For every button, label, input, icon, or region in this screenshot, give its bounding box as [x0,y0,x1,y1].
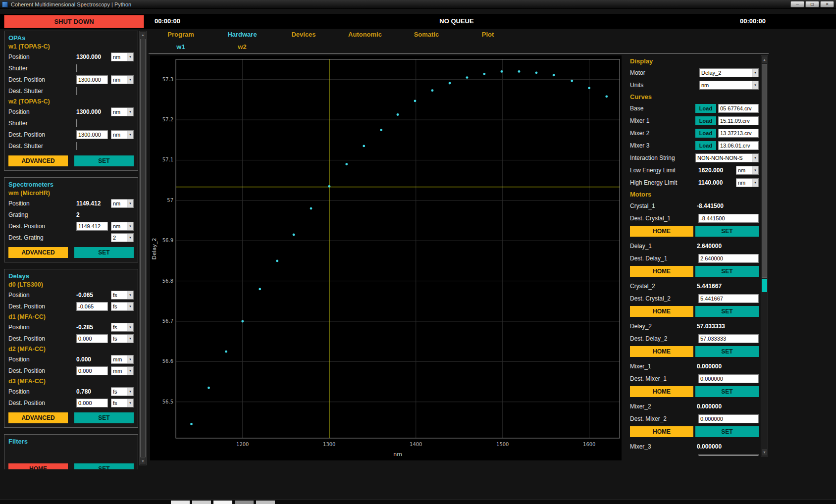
dest-units-combo[interactable]: nm▼ [111,75,134,84]
spectrometers-title: Spectrometers [8,181,134,188]
set-button[interactable]: SET [695,346,759,357]
advanced-button[interactable]: ADVANCED [8,155,68,166]
motor-dest-input[interactable] [698,214,759,223]
set-button[interactable]: SET [74,463,134,469]
scroll-up-icon[interactable]: ▲ [140,32,146,38]
curve-file-field[interactable] [718,129,759,138]
motor-position: 5.441667 [697,283,759,290]
motor-dest-input[interactable] [698,454,759,456]
delays-title: Delays [8,272,134,280]
position-units-combo[interactable]: fs▼ [111,387,134,396]
position-units-combo[interactable]: fs▼ [111,323,134,332]
load-button[interactable]: Load [695,104,716,113]
taskbar-item[interactable] [213,501,232,504]
high-energy-units-combo[interactable]: nm ▼ [736,178,759,187]
main-scrollbar[interactable]: ▲ ▼ [761,55,768,456]
plot-point [449,82,451,85]
load-button[interactable]: Load [695,116,716,125]
load-button[interactable]: Load [695,129,716,138]
hardware-plot[interactable]: 1200130014001500160056.556.656.756.856.9… [150,55,622,460]
subtab-w2[interactable]: w2 [211,43,273,53]
load-button[interactable]: Load [695,141,716,150]
maximize-button[interactable]: ▢ [805,1,819,7]
curve-file-field[interactable] [718,141,759,150]
tab-devices[interactable]: Devices [273,31,334,42]
dest-units-combo[interactable]: fs▼ [111,302,134,311]
dest-units-combo[interactable]: fs▼ [111,334,134,343]
set-button[interactable]: SET [74,247,134,258]
dest-position-input[interactable] [76,302,108,311]
dest-units-combo[interactable]: fs▼ [111,399,134,407]
home-button[interactable]: HOME [630,426,693,437]
position-units-combo[interactable]: mm▼ [111,355,134,364]
position-units-combo[interactable]: nm▼ [111,52,134,61]
subtab-w1[interactable]: w1 [150,43,211,53]
close-button[interactable]: ✕ [820,1,834,7]
position-units-combo[interactable]: fs▼ [111,291,134,300]
home-button[interactable]: HOME [630,386,693,397]
motor-dest-input[interactable] [698,414,759,423]
motor-dest-input[interactable] [698,334,759,343]
home-button[interactable]: HOME [630,346,693,357]
advanced-button[interactable]: ADVANCED [8,412,68,423]
low-energy-units-combo[interactable]: nm ▼ [736,166,759,175]
interaction-combo[interactable]: NON-NON-NON-S ▼ [695,153,759,162]
shutdown-button[interactable]: SHUT DOWN [4,15,144,28]
dest-units-combo[interactable]: mm▼ [111,366,134,375]
dest-units-combo-value: fs [111,303,127,309]
set-button[interactable]: SET [695,306,759,317]
scrollbar-thumb[interactable] [140,39,146,457]
dest-position-input[interactable] [76,334,108,343]
tab-plot[interactable]: Plot [457,31,519,42]
tab-hardware[interactable]: Hardware [211,31,273,42]
taskbar-item[interactable] [256,501,275,504]
home-button[interactable]: HOME [630,226,693,237]
tab-somatic[interactable]: Somatic [396,31,457,42]
window-controls: ─ ▢ ✕ [790,1,834,7]
motor-dest-input[interactable] [698,254,759,263]
tab-program[interactable]: Program [150,31,211,42]
position-units-combo[interactable]: nm ▼ [111,199,134,208]
set-button[interactable]: SET [695,426,759,437]
position-label: Position [8,53,76,60]
minimize-button[interactable]: ─ [790,1,804,7]
home-button[interactable]: HOME [8,463,68,469]
dest-position-input[interactable] [76,399,108,407]
taskbar-item[interactable] [235,501,254,504]
scroll-up-icon[interactable]: ▲ [762,56,767,63]
motor-select-combo[interactable]: Delay_2 ▼ [699,68,759,77]
scroll-down-icon[interactable]: ▼ [140,458,146,464]
set-button[interactable]: SET [74,155,134,166]
dest-shutter-checkbox[interactable] [76,87,77,95]
tab-autonomic[interactable]: Autonomic [334,31,396,42]
dest-position-input[interactable] [76,366,108,375]
dest-shutter-checkbox[interactable] [76,142,77,150]
home-button[interactable]: HOME [630,306,693,317]
units-select-combo[interactable]: nm ▼ [699,81,759,90]
dest-position-input[interactable] [76,75,108,84]
set-button[interactable]: SET [695,386,759,397]
taskbar-item[interactable] [171,501,190,504]
curve-file-field[interactable] [718,104,759,113]
advanced-button[interactable]: ADVANCED [8,247,68,258]
dest-grating-combo[interactable]: 2 ▼ [111,233,134,242]
dest-position-input[interactable] [76,130,108,139]
dest-units-combo[interactable]: nm ▼ [111,222,134,231]
taskbar-item[interactable] [192,501,211,504]
set-button[interactable]: SET [695,266,759,277]
motor-dest-input[interactable] [698,294,759,303]
curve-file-field[interactable] [718,116,759,125]
scrollbar-thumb[interactable] [762,64,767,278]
position-units-combo[interactable]: nm▼ [111,107,134,116]
sidebar-scrollbar[interactable]: ▲ ▼ [139,31,147,465]
dest-units-combo[interactable]: nm▼ [111,130,134,139]
dest-position-row: Dest. Positionnm▼ [8,129,134,140]
home-button[interactable]: HOME [630,266,693,277]
scroll-down-icon[interactable]: ▼ [762,449,767,455]
plot-point [588,87,590,89]
set-button[interactable]: SET [74,412,134,423]
y-tick-label: 57.1 [162,157,173,162]
dest-position-input[interactable] [76,222,108,231]
motor-dest-input[interactable] [698,374,759,383]
set-button[interactable]: SET [695,226,759,237]
